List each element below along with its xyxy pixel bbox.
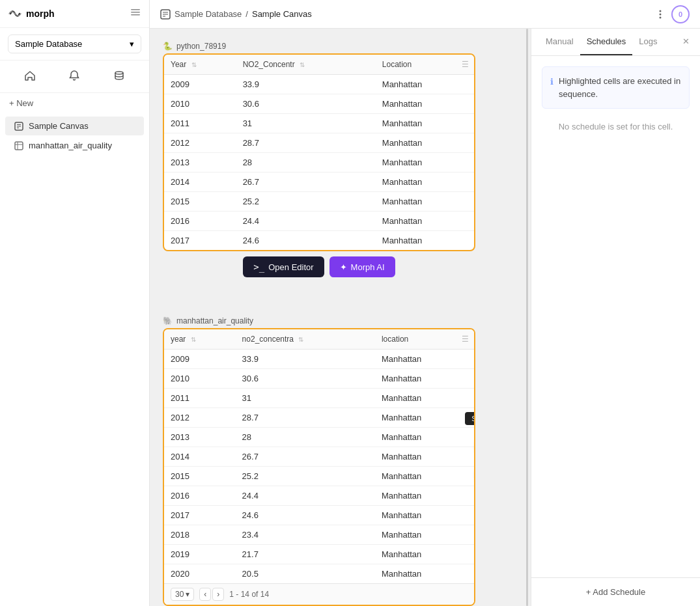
page-info: 1 - 14 of 14	[229, 590, 269, 599]
table-row: 201328Manhattan	[164, 428, 474, 447]
sidebar: morph Sample Database ▾ + New Sample Can…	[0, 0, 150, 606]
table-row: 201823.4Manhattan	[164, 525, 474, 545]
sidebar-logo: morph	[8, 7, 55, 21]
col-location: Location ☰	[376, 55, 474, 75]
chevron-icon: ▾	[186, 590, 189, 599]
sort-icon: ⇅	[298, 336, 303, 343]
svg-rect-1	[131, 12, 140, 13]
main-area: Sample Database / Sample Canvas 0 🐍 pyth…	[150, 0, 700, 606]
tab-schedules[interactable]: Schedules	[580, 29, 633, 55]
table-row: 201525.2Manhattan	[164, 467, 474, 486]
svg-point-8	[660, 13, 662, 15]
canvas-icon	[14, 122, 23, 131]
panel-info-box: ℹ Highlighted cells are executed in sequ…	[542, 66, 690, 109]
breadcrumb-separator: /	[245, 9, 248, 19]
open-editor-button[interactable]: >_ Open Editor	[243, 256, 324, 277]
right-panel: Manual Schedules Logs ✕ ℹ Highlighted ce…	[531, 29, 700, 606]
sort-icon: ⇅	[191, 61, 197, 68]
topbar-actions: 0	[654, 5, 690, 23]
table-row: 202020.5Manhattan	[164, 564, 474, 584]
python-icon: 🐍	[163, 42, 173, 51]
top-cell-label: 🐍 python_78919	[163, 42, 511, 51]
db-selector[interactable]: Sample Database ▾	[8, 34, 141, 53]
top-cell: Year ⇅ NO2_Concentr ⇅ Location ☰ 200933	[163, 53, 475, 251]
next-page-button[interactable]: ›	[212, 588, 224, 601]
pagination-nav: ‹ ›	[199, 588, 224, 601]
col-year: Year ⇅	[164, 55, 236, 75]
table-row: 201131Manhattan	[164, 389, 474, 408]
panel-close-button[interactable]: ✕	[680, 29, 692, 55]
db-selector-container: Sample Database ▾	[0, 28, 149, 61]
svg-point-3	[115, 72, 123, 74]
more-options-icon[interactable]	[654, 8, 666, 20]
sort-icon: ⇅	[191, 336, 196, 343]
table-row: 201131Manhattan	[164, 114, 474, 133]
breadcrumb-canvas: Sample Canvas	[252, 9, 312, 19]
avatar: 0	[671, 5, 690, 23]
svg-point-7	[660, 10, 662, 12]
tab-logs[interactable]: Logs	[632, 29, 664, 55]
sidebar-icon-row	[0, 61, 149, 93]
filter-icon: ☰	[462, 335, 469, 344]
home-icon-button[interactable]	[8, 66, 52, 87]
sidebar-collapse-button[interactable]	[130, 7, 141, 21]
svg-rect-0	[131, 9, 140, 10]
page-size-selector[interactable]: 30 ▾	[171, 588, 194, 601]
bell-icon-button[interactable]	[52, 66, 96, 87]
schedule-button[interactable]	[475, 434, 475, 458]
chevron-down-icon: ▾	[130, 39, 134, 49]
canvas-breadcrumb-icon	[160, 9, 171, 20]
database-icon-button[interactable]	[97, 66, 141, 87]
postgres-icon: 🐘	[163, 316, 173, 325]
overlay-buttons: >_ Open Editor ✦ Morph AI	[163, 256, 475, 277]
table-row: 201624.4Manhattan	[164, 212, 474, 231]
table-row: 201030.6Manhattan	[164, 369, 474, 389]
table-row: 201525.2Manhattan	[164, 192, 474, 212]
breadcrumb: Sample Database / Sample Canvas	[160, 9, 312, 20]
bottom-table: year ⇅ no2_concentra ⇅ location ☰ 20093	[164, 329, 474, 583]
add-schedule-button[interactable]: + Add Schedule	[531, 577, 700, 606]
sidebar-item-dataset[interactable]: manhattan_air_quality	[5, 136, 144, 155]
sparkle-icon: ✦	[340, 262, 347, 272]
sidebar-nav: Sample Canvas manhattan_air_quality	[0, 113, 149, 158]
table-row: 200933.9Manhattan	[164, 75, 474, 94]
terminal-icon: >_	[253, 262, 264, 272]
new-button[interactable]: + New	[0, 93, 149, 113]
table-row: 201030.6Manhattan	[164, 94, 474, 114]
prev-page-button[interactable]: ‹	[199, 588, 211, 601]
cell-side-actions: Schedule	[465, 412, 475, 486]
sort-icon: ⇅	[300, 61, 305, 68]
svg-rect-5	[15, 142, 23, 150]
top-table: Year ⇅ NO2_Concentr ⇅ Location ☰ 200933	[164, 55, 474, 250]
table-footer: 30 ▾ ‹ › 1 - 14 of 14	[164, 583, 474, 605]
schedule-tooltip-container: Schedule	[465, 412, 475, 429]
table-row: 201426.7Manhattan	[164, 172, 474, 192]
table-row: 200933.9Manhattan	[164, 350, 474, 369]
no-schedule-label: No schedule is set for this cell.	[542, 122, 690, 131]
breadcrumb-db: Sample Database	[175, 9, 242, 19]
run-button[interactable]	[475, 463, 475, 486]
table-row: 201624.4Manhattan	[164, 486, 474, 506]
morph-logo-icon	[8, 7, 22, 21]
bottom-cell-label: 🐘 manhattan_air_quality	[163, 316, 511, 325]
table-row: 201228.7Manhattan	[164, 408, 474, 428]
top-cell-wrapper: 🐍 python_78919 Year ⇅ NO2_Concentr ⇅	[163, 42, 511, 277]
schedule-tooltip: Schedule	[465, 412, 475, 425]
col-year-b: year ⇅	[164, 329, 236, 350]
filter-icon: ☰	[462, 60, 469, 69]
tab-manual[interactable]: Manual	[539, 29, 580, 55]
table-row: 201228.7Manhattan	[164, 133, 474, 153]
panel-divider[interactable]	[526, 29, 528, 606]
panel-body: ℹ Highlighted cells are executed in sequ…	[531, 56, 700, 577]
table-icon	[14, 141, 23, 150]
sidebar-item-sample-canvas[interactable]: Sample Canvas	[5, 117, 144, 135]
info-icon: ℹ	[550, 76, 553, 100]
bottom-cell: year ⇅ no2_concentra ⇅ location ☰ 20093	[163, 328, 475, 606]
canvas-area: 🐍 python_78919 Year ⇅ NO2_Concentr ⇅	[150, 29, 524, 606]
db-selector-label: Sample Database	[15, 39, 82, 49]
app-name: morph	[26, 8, 55, 19]
table-row: 201426.7Manhattan	[164, 447, 474, 467]
topbar: Sample Database / Sample Canvas 0	[150, 0, 700, 29]
svg-point-9	[660, 16, 662, 18]
morph-ai-button[interactable]: ✦ Morph AI	[329, 256, 395, 277]
